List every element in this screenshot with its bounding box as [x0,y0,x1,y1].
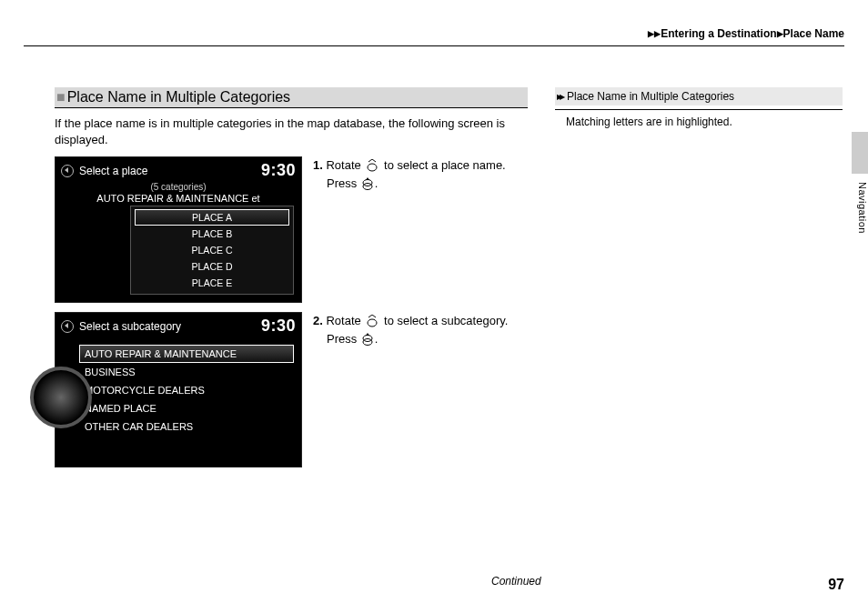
step-text: Rotate [326,314,360,327]
subcategory-list[interactable]: AUTO REPAIR & MAINTENANCE BUSINESS MOTOR… [79,345,294,436]
breadcrumb-level2: Place Name [783,27,844,40]
categories-name: AUTO REPAIR & MAINTENANCE et [63,193,294,204]
thumb-tab-label: Navigation [852,182,868,234]
square-bullet-icon: ■ [56,89,66,105]
side-title: Place Name in Multiple Categories [567,90,734,103]
list-item[interactable]: PLACE E [135,275,289,291]
list-item[interactable]: NAMED PLACE [79,399,294,417]
step-text: to select a subcategory. [384,314,508,327]
panel-row-1: Select a place 9:30 (5 categories) AUTO … [55,156,528,303]
breadcrumb: ▶▶Entering a Destination▶Place Name [648,27,844,40]
panel-row-2: Select a subcategory 9:30 AUTO REPAIR & … [55,312,528,467]
list-item[interactable]: PLACE C [135,242,289,258]
side-column: ▶▶ Place Name in Multiple Categories Mat… [555,87,843,128]
list-item[interactable]: PLACE B [135,226,289,242]
press-dial-icon [361,177,374,190]
triangle-icon: ▶▶ [648,29,661,38]
screen-select-subcategory: Select a subcategory 9:30 AUTO REPAIR & … [55,312,302,467]
step-text: Rotate [326,158,360,172]
svg-point-0 [368,164,377,171]
section-title: Place Name in Multiple Categories [67,89,290,105]
step-text: to select a place name. [384,158,506,172]
rotate-dial-icon [365,315,379,327]
screen-body: AUTO REPAIR & MAINTENANCE BUSINESS MOTOR… [56,337,301,467]
section-heading: ■Place Name in Multiple Categories [55,87,528,108]
step-1: 1. Rotate to select a place name. Press … [313,156,524,192]
intro-text: If the place name is in multiple categor… [55,116,528,147]
step-text: . [375,176,378,190]
side-heading: ▶▶ Place Name in Multiple Categories [555,87,843,106]
list-item[interactable]: BUSINESS [79,363,294,381]
step-text: Press [327,176,357,190]
triangle-icon: ▶ [777,29,783,38]
screen-select-place: Select a place 9:30 (5 categories) AUTO … [55,156,302,303]
place-list[interactable]: PLACE A PLACE B PLACE C PLACE D PLACE E [130,206,294,295]
double-triangle-icon: ▶▶ [557,93,562,101]
dial-icon [30,367,92,428]
list-item[interactable]: AUTO REPAIR & MAINTENANCE [79,345,294,363]
step-number: 2. [313,314,323,327]
list-item[interactable]: PLACE D [135,258,289,275]
screen-titlebar: Select a subcategory 9:30 [56,313,301,337]
main-column: ■Place Name in Multiple Categories If th… [55,87,528,467]
step-text: . [375,332,378,346]
back-icon[interactable] [61,165,74,177]
side-rule [555,109,843,110]
screen-title: Select a place [79,165,147,177]
list-item[interactable]: OTHER CAR DEALERS [79,417,294,436]
side-body-text: Matching letters are in highlighted. [555,116,843,128]
page-number: 97 [828,577,844,593]
svg-point-3 [368,319,377,327]
step-text: Press [327,332,357,346]
press-dial-icon [361,333,374,346]
categories-count: (5 categories) [63,182,294,192]
back-icon[interactable] [61,320,74,333]
rotate-dial-icon [365,159,379,172]
breadcrumb-level1: Entering a Destination [661,27,776,40]
step-2: 2. Rotate to select a subcategory. Press… [313,312,524,347]
list-item[interactable]: MOTORCYCLE DEALERS [79,381,294,399]
clock: 9:30 [261,317,296,336]
continued-label: Continued [491,575,541,588]
list-item[interactable]: PLACE A [135,209,289,226]
thumb-tab [852,132,868,174]
screen-title: Select a subcategory [79,320,181,333]
clock: 9:30 [261,161,296,180]
step-number: 1. [313,158,323,172]
header-rule [24,45,844,46]
screen-body: (5 categories) AUTO REPAIR & MAINTENANCE… [56,182,301,302]
screen-titlebar: Select a place 9:30 [56,157,301,182]
